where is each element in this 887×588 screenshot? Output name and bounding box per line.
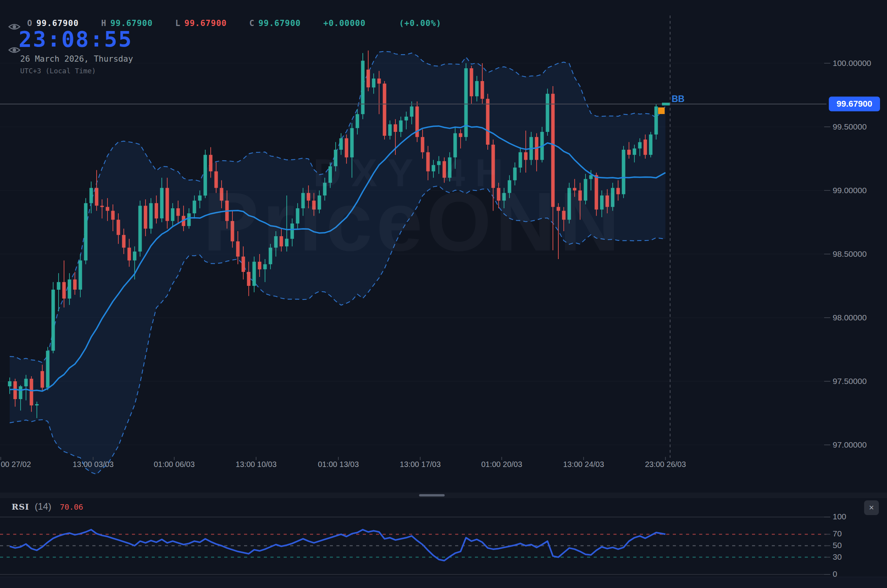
local-time-clock: 23:08:55 bbox=[19, 26, 133, 52]
rsi-axis-label: 30 bbox=[833, 552, 842, 562]
price-chart-canvas[interactable] bbox=[0, 0, 887, 588]
time-axis-label: 00 27/02 bbox=[1, 460, 31, 469]
eye-toggle-icon[interactable] bbox=[8, 22, 23, 33]
date-readout: 26 March 2026, Thursday bbox=[20, 54, 133, 64]
low-label: L bbox=[175, 19, 181, 28]
watermark-brand: PriceONN bbox=[203, 174, 624, 270]
time-axis-label: 13:00 17/03 bbox=[400, 460, 441, 469]
rsi-period: (14) bbox=[35, 501, 51, 512]
time-axis-label: 13:00 24/03 bbox=[563, 460, 604, 469]
timezone-readout: UTC+3 (Local Time) bbox=[20, 67, 96, 75]
eye-icon bbox=[8, 45, 21, 55]
eye-toggle-icon-clock[interactable] bbox=[8, 45, 23, 57]
bollinger-band-tag: BB bbox=[672, 94, 684, 104]
rsi-axis-label: 70 bbox=[833, 529, 842, 538]
price-axis-label: 98.50000 bbox=[833, 249, 867, 259]
pane-resize-handle[interactable] bbox=[419, 494, 445, 496]
trading-chart-window: DXY 4H PriceONN O 99.67900 H 99.67900 L … bbox=[0, 0, 887, 588]
time-axis-label: 01:00 20/03 bbox=[481, 460, 522, 469]
rsi-axis-label: 100 bbox=[833, 512, 846, 521]
close-label: C bbox=[249, 19, 255, 28]
price-axis-label: 97.50000 bbox=[833, 377, 867, 386]
price-axis-label: 99.50000 bbox=[833, 122, 867, 131]
rsi-value: 70.06 bbox=[60, 502, 83, 512]
price-axis-label: 99.00000 bbox=[833, 186, 867, 195]
order-marker[interactable] bbox=[658, 107, 665, 114]
rsi-axis-label: 50 bbox=[833, 541, 842, 550]
current-candle-dash bbox=[662, 103, 670, 105]
price-axis-label: 97.00000 bbox=[833, 440, 867, 450]
time-axis-label: 23:00 26/03 bbox=[645, 460, 686, 469]
rsi-name: RSI bbox=[12, 502, 29, 512]
low-value: 99.67900 bbox=[184, 19, 227, 28]
rsi-indicator-header[interactable]: RSI (14) 70.06 bbox=[12, 501, 83, 512]
rsi-close-button[interactable]: × bbox=[864, 500, 879, 515]
time-axis-label: 13:00 03/03 bbox=[73, 460, 114, 469]
close-value: 99.67900 bbox=[258, 19, 301, 28]
price-axis-label: 98.00000 bbox=[833, 313, 867, 322]
change-percent: (+0.00%) bbox=[399, 19, 441, 28]
time-axis-label: 01:00 13/03 bbox=[318, 460, 359, 469]
timeline-scrollbar[interactable] bbox=[0, 577, 887, 588]
pane-divider bbox=[0, 493, 887, 498]
close-icon: × bbox=[869, 503, 874, 513]
time-axis-label: 01:00 06/03 bbox=[154, 460, 195, 469]
change-value: +0.00000 bbox=[323, 19, 366, 28]
current-price-value: 99.67900 bbox=[837, 99, 872, 109]
eye-icon bbox=[8, 22, 21, 32]
price-axis-label: 100.00000 bbox=[833, 59, 871, 68]
current-price-label[interactable]: 99.67900 bbox=[829, 97, 880, 111]
time-axis-label: 13:00 10/03 bbox=[236, 460, 277, 469]
